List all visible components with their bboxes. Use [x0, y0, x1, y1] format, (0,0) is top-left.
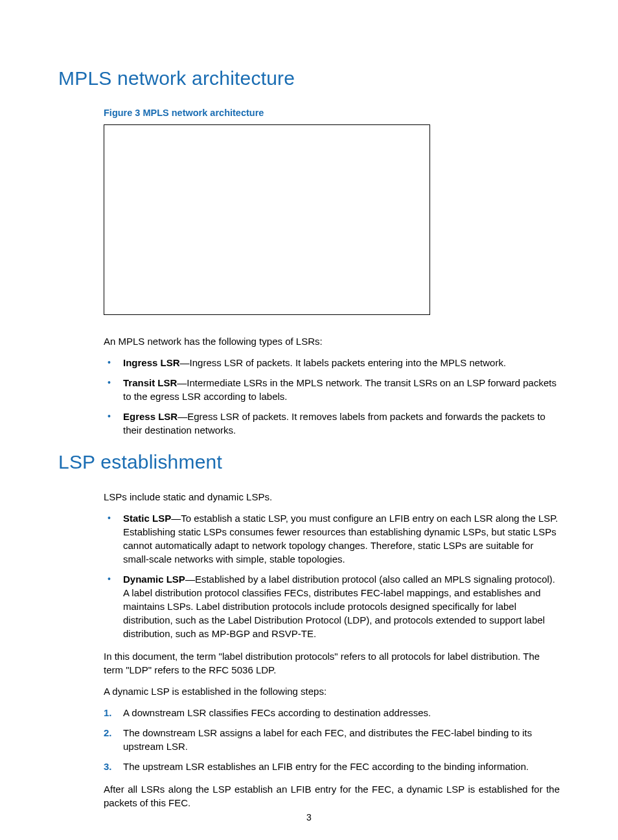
term: Dynamic LSP	[123, 574, 185, 585]
list-item: Dynamic LSP—Established by a label distr…	[104, 572, 560, 640]
section-heading-mpls-architecture: MPLS network architecture	[58, 65, 560, 92]
list-item: A downstream LSR classifies FECs accordi…	[104, 706, 560, 719]
section2-body: LSPs include static and dynamic LSPs. St…	[104, 490, 560, 810]
desc: —Established by a label distribution pro…	[123, 574, 555, 639]
para-dynamic-steps-intro: A dynamic LSP is established in the foll…	[104, 684, 560, 698]
para-conclusion: After all LSRs along the LSP establish a…	[104, 782, 560, 810]
desc: —Intermediate LSRs in the MPLS network. …	[123, 377, 556, 402]
figure-placeholder	[104, 124, 430, 315]
desc: —Ingress LSR of packets. It labels packe…	[180, 357, 507, 368]
section1-intro: An MPLS network has the following types …	[104, 334, 560, 348]
list-item: Static LSP—To establish a static LSP, yo…	[104, 511, 560, 566]
list-item: The downstream LSR assigns a label for e…	[104, 726, 560, 753]
list-item: The upstream LSR establishes an LFIB ent…	[104, 760, 560, 773]
section2-intro: LSPs include static and dynamic LSPs.	[104, 490, 560, 504]
lsr-types-list: Ingress LSR—Ingress LSR of packets. It l…	[104, 356, 560, 437]
lsp-types-list: Static LSP—To establish a static LSP, yo…	[104, 511, 560, 640]
figure-caption: Figure 3 MPLS network architecture	[104, 106, 560, 119]
para-label-distribution: In this document, the term "label distri…	[104, 649, 560, 677]
list-item: Transit LSR—Intermediate LSRs in the MPL…	[104, 376, 560, 403]
desc: —To establish a static LSP, you must con…	[123, 513, 558, 565]
section-heading-lsp-establishment: LSP establishment	[58, 449, 560, 476]
section1-body: Figure 3 MPLS network architecture An MP…	[104, 106, 560, 437]
term: Transit LSR	[123, 377, 177, 388]
page-number: 3	[0, 811, 618, 824]
dynamic-lsp-steps: A downstream LSR classifies FECs accordi…	[104, 706, 560, 773]
page: MPLS network architecture Figure 3 MPLS …	[0, 0, 618, 840]
desc: —Egress LSR of packets. It removes label…	[123, 411, 545, 436]
term: Ingress LSR	[123, 357, 180, 368]
term: Static LSP	[123, 513, 171, 524]
list-item: Egress LSR—Egress LSR of packets. It rem…	[104, 410, 560, 437]
term: Egress LSR	[123, 411, 177, 422]
list-item: Ingress LSR—Ingress LSR of packets. It l…	[104, 356, 560, 369]
